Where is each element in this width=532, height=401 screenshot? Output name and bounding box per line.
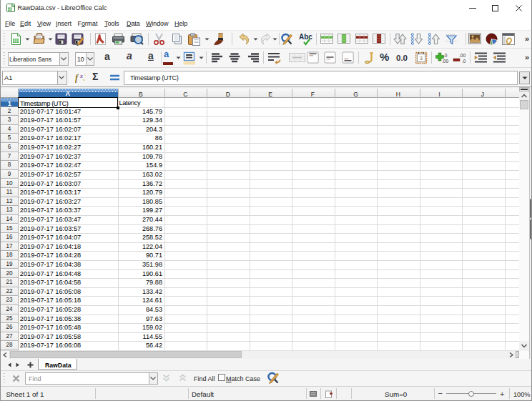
- svg-text:f: f: [75, 73, 79, 83]
- svg-text:.00: .00: [459, 53, 466, 58]
- svg-text:.00: .00: [442, 59, 448, 64]
- svg-text:Abc: Abc: [299, 33, 312, 41]
- svg-text:.0: .0: [443, 53, 448, 58]
- svg-text:3: 3: [420, 56, 423, 61]
- svg-text:.0: .0: [462, 59, 466, 64]
- svg-text:x: x: [79, 73, 83, 79]
